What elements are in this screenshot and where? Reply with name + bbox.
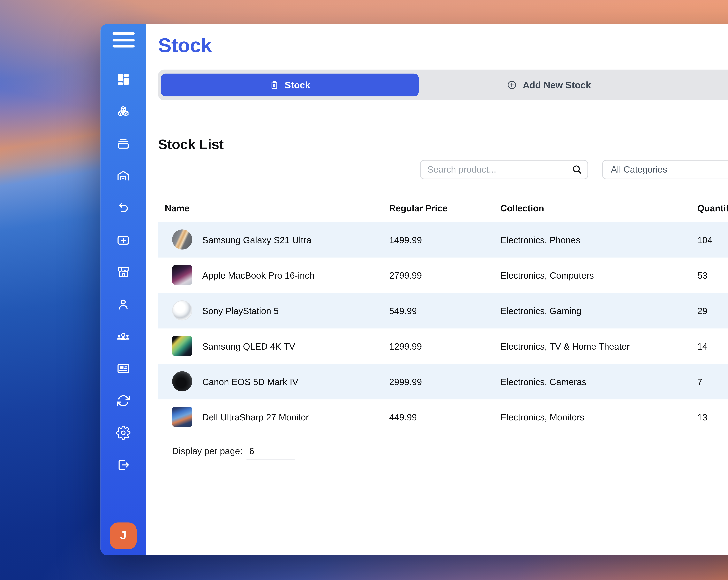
tab-bar: Stock Add New Stock Stock Managemen	[158, 70, 728, 100]
dashboard-grid-icon	[116, 72, 131, 87]
category-filter-value: All Categories	[603, 165, 728, 174]
table-row[interactable]: Samsung Galaxy S21 Ultra 1499.99 Electro…	[158, 222, 728, 258]
product-collection: Electronics, Monitors	[500, 412, 584, 422]
tab-stock-management-history[interactable]: Stock Management History	[679, 70, 728, 100]
product-price: 2799.99	[389, 270, 422, 280]
header-quantity: Quantity in stock	[697, 203, 728, 213]
product-price: 1299.99	[389, 341, 422, 351]
display-per-page: Display per page: 6	[172, 446, 295, 460]
display-per-page-input[interactable]: 6	[246, 446, 295, 460]
product-price: 449.99	[389, 412, 417, 422]
header-price: Regular Price	[389, 203, 447, 213]
table-body: Samsung Galaxy S21 Ultra 1499.99 Electro…	[158, 222, 728, 435]
table-row[interactable]: Samsung QLED 4K TV 1299.99 Electronics, …	[158, 329, 728, 364]
product-collection: Electronics, Computers	[500, 270, 594, 280]
inventory-cubes-icon	[116, 104, 131, 119]
sidebar-item-profile[interactable]	[115, 297, 131, 312]
sidebar-item-tray[interactable]	[115, 136, 131, 151]
sidebar-item-logout[interactable]	[115, 458, 131, 472]
sidebar-item-add-product[interactable]	[115, 233, 131, 247]
product-thumbnail	[172, 371, 192, 391]
product-name: Canon EOS 5D Mark IV	[202, 377, 298, 387]
tab-stock-label: Stock	[285, 80, 310, 90]
section-title: Stock List	[158, 136, 728, 153]
product-price: 2999.99	[389, 377, 422, 387]
display-per-page-label: Display per page:	[172, 446, 242, 456]
settings-gear-icon	[116, 425, 131, 440]
product-name: Apple MacBook Pro 16-inch	[202, 270, 314, 280]
product-collection: Electronics, TV & Home Theater	[500, 341, 630, 351]
app-window: J Stock Stock	[101, 24, 728, 555]
id-card-icon	[116, 361, 131, 376]
search-icon[interactable]	[571, 164, 583, 175]
logout-icon	[116, 458, 131, 472]
users-group-icon	[116, 329, 131, 344]
sync-icon	[116, 393, 131, 408]
product-quantity: 53	[697, 270, 707, 280]
warehouse-icon	[116, 169, 131, 183]
product-quantity: 7	[697, 377, 702, 387]
sidebar-item-warehouse[interactable]	[115, 169, 131, 183]
product-name: Samsung Galaxy S21 Ultra	[202, 235, 311, 245]
main-content: Stock Stock Add New Stock	[146, 24, 728, 555]
sidebar-item-sync[interactable]	[115, 393, 131, 408]
search-input[interactable]	[421, 165, 588, 174]
tab-add-new-stock[interactable]: Add New Stock	[419, 70, 679, 100]
product-thumbnail	[172, 407, 192, 427]
sidebar: J	[101, 24, 146, 555]
search-box	[420, 160, 588, 179]
avatar[interactable]: J	[110, 523, 137, 549]
sidebar-nav	[115, 72, 131, 472]
product-name: Samsung QLED 4K TV	[202, 341, 295, 351]
circle-plus-icon	[507, 80, 517, 90]
storefront-icon	[116, 265, 131, 280]
product-quantity: 13	[697, 412, 707, 422]
header-name: Name	[165, 203, 189, 213]
page-title: Stock	[158, 24, 728, 56]
tab-stock[interactable]: Stock	[161, 74, 419, 96]
table-header: Name Regular Price Collection Quantity i…	[158, 203, 728, 216]
sidebar-item-store[interactable]	[115, 265, 131, 280]
product-name: Sony PlayStation 5	[202, 306, 279, 316]
sidebar-item-settings[interactable]	[115, 425, 131, 440]
sidebar-item-dashboard[interactable]	[115, 72, 131, 87]
product-collection: Electronics, Cameras	[500, 377, 586, 387]
sidebar-item-reports[interactable]	[115, 361, 131, 376]
product-quantity: 104	[697, 235, 712, 245]
product-thumbnail	[172, 336, 192, 356]
tab-add-new-stock-label: Add New Stock	[523, 80, 591, 90]
table-row[interactable]: Apple MacBook Pro 16-inch 2799.99 Electr…	[158, 257, 728, 293]
product-price: 1499.99	[389, 235, 422, 245]
header-collection: Collection	[500, 203, 544, 213]
undo-icon	[116, 201, 131, 216]
product-thumbnail	[172, 229, 192, 249]
footer-row: Display per page: 6 « Previous 1234 Next…	[158, 444, 728, 462]
product-collection: Electronics, Gaming	[500, 306, 581, 316]
product-collection: Electronics, Phones	[500, 235, 580, 245]
product-thumbnail	[172, 300, 192, 321]
table-row[interactable]: Sony PlayStation 5 549.99 Electronics, G…	[158, 293, 728, 329]
product-price: 549.99	[389, 306, 417, 316]
table-row[interactable]: Dell UltraSharp 27 Monitor 449.99 Electr…	[158, 399, 728, 435]
avatar-initial: J	[120, 529, 127, 543]
desktop-wallpaper: J Stock Stock	[0, 0, 728, 580]
filters-row: All Categories All Status	[158, 160, 728, 179]
sidebar-item-team[interactable]	[115, 329, 131, 344]
product-name: Dell UltraSharp 27 Monitor	[202, 412, 309, 422]
sidebar-item-inventory[interactable]	[115, 104, 131, 119]
user-icon	[116, 297, 131, 312]
inbox-tray-icon	[116, 136, 131, 151]
menu-hamburger-icon[interactable]	[112, 32, 134, 48]
clipboard-icon	[269, 80, 279, 90]
card-plus-icon	[116, 233, 131, 247]
table-row[interactable]: Canon EOS 5D Mark IV 2999.99 Electronics…	[158, 364, 728, 399]
product-thumbnail	[172, 265, 192, 285]
sidebar-item-returns[interactable]	[115, 201, 131, 216]
category-filter-select[interactable]: All Categories	[602, 160, 728, 179]
product-quantity: 14	[697, 341, 707, 351]
product-quantity: 29	[697, 306, 707, 316]
